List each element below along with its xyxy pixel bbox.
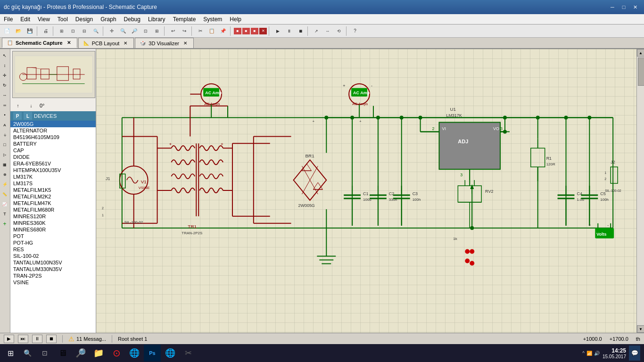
taskbar-opera[interactable]: ⊙ xyxy=(108,345,125,362)
device-item-pot-hg[interactable]: POT-HG xyxy=(10,239,96,246)
device-item-minres360k[interactable]: MINRES360K xyxy=(10,220,96,226)
tb-pause[interactable]: ⏸ xyxy=(284,26,294,36)
device-item-metalfilm1k5[interactable]: METALFILM1K5 xyxy=(10,187,96,193)
tb-save[interactable]: 💾 xyxy=(25,26,35,36)
device-item-battery[interactable]: BATTERY xyxy=(10,140,96,147)
minimize-button[interactable]: ─ xyxy=(607,2,618,12)
tb-print[interactable]: 🖨 xyxy=(41,26,51,36)
tool-add[interactable]: + xyxy=(0,219,9,229)
tool-bus[interactable]: ═ xyxy=(0,100,9,110)
menu-debug[interactable]: Debug xyxy=(120,14,144,24)
tb-comp2[interactable]: ■ xyxy=(242,28,250,34)
device-l-btn[interactable]: L xyxy=(24,112,32,120)
tab-pcb[interactable]: 📐 PCB Layout ✕ xyxy=(78,38,134,48)
device-item-minres680r[interactable]: MINRES680R xyxy=(10,226,96,233)
search-button[interactable]: 🔍 xyxy=(19,345,36,362)
device-item-sil100[interactable]: SIL-100-02 xyxy=(10,253,96,259)
start-button[interactable]: ⊞ xyxy=(2,345,19,362)
tab-pcb-close[interactable]: ✕ xyxy=(122,40,129,47)
taskview-btn[interactable]: ⊡ xyxy=(36,345,53,362)
tb-extra2[interactable]: ↔ xyxy=(322,26,333,36)
tool-port[interactable]: ▷ xyxy=(0,150,9,159)
taskbar-ps[interactable]: Ps xyxy=(144,345,161,362)
tool-text[interactable]: T xyxy=(0,209,9,219)
device-item-tran2p2s[interactable]: TRAN-2P2S xyxy=(10,272,96,279)
taskbar-chrome[interactable]: 🌐 xyxy=(126,345,143,362)
menu-graph[interactable]: Graph xyxy=(97,14,120,24)
taskbar-search-icon[interactable]: 🔎 xyxy=(72,345,89,362)
play-btn[interactable]: ▶ xyxy=(4,335,14,343)
clock[interactable]: 14:25 15.05.2017 xyxy=(603,347,626,359)
device-item-vsine[interactable]: VSINE xyxy=(10,279,96,286)
tool-hierarchical[interactable]: ▦ xyxy=(0,160,9,169)
device-item-alternator[interactable]: ALTERNATOR xyxy=(10,127,96,134)
device-item-lm317s[interactable]: LM317S xyxy=(10,180,96,187)
tab-3d[interactable]: 🎲 3D Visualizer ✕ xyxy=(135,38,194,48)
device-item-hitempax[interactable]: HITEMPAX100U35V xyxy=(10,167,96,173)
nav-down[interactable]: ↓ xyxy=(26,101,36,110)
tray-network[interactable]: 📶 xyxy=(586,351,592,356)
taskbar-app[interactable]: ✂ xyxy=(180,345,197,362)
menu-tool[interactable]: Tool xyxy=(54,14,72,24)
taskbar-explorer[interactable]: 🖥 xyxy=(54,345,71,362)
tb-paste[interactable]: 📌 xyxy=(218,26,228,36)
tb-zoom-in[interactable]: 🔍 xyxy=(118,26,128,36)
tb-cut[interactable]: ✂ xyxy=(195,26,206,36)
stop-btn[interactable]: ⏹ xyxy=(46,335,57,343)
tool-mirror[interactable]: ↔ xyxy=(0,90,9,100)
tb-zoom-fit[interactable]: ⊡ xyxy=(140,26,151,36)
tool-select[interactable]: ↖ xyxy=(0,51,9,60)
device-item-era[interactable]: ERA-6YEB561V xyxy=(10,160,96,167)
scroll-down-btn[interactable]: ▼ xyxy=(637,325,644,333)
tab-schematic-close[interactable]: ✕ xyxy=(66,40,72,46)
tool-junction[interactable]: • xyxy=(0,110,9,120)
tb-btn1[interactable]: ⊞ xyxy=(57,26,67,36)
scroll-up-btn[interactable]: ▲ xyxy=(637,49,644,57)
tb-btn4[interactable]: 🔍 xyxy=(91,26,101,36)
tb-redo[interactable]: ↪ xyxy=(179,26,190,36)
scroll-thumb[interactable] xyxy=(638,58,644,86)
tool-power[interactable]: ⏚ xyxy=(0,130,9,140)
tool-probe[interactable]: ⚡ xyxy=(0,180,9,189)
tb-extra3[interactable]: ⟲ xyxy=(334,26,344,36)
tb-extra1[interactable]: ↗ xyxy=(311,26,322,36)
device-item-tantalum100[interactable]: TANTALUM100N35V xyxy=(10,259,96,266)
scroll-track[interactable] xyxy=(637,57,644,325)
taskbar-chrome2[interactable]: 🌐 xyxy=(162,345,179,362)
device-item-res[interactable]: RES xyxy=(10,246,96,253)
tb-comp4[interactable]: ✕ xyxy=(259,28,267,34)
nav-up[interactable]: ↑ xyxy=(13,101,23,110)
menu-system[interactable]: System xyxy=(199,14,226,24)
device-item-metalfilm47k[interactable]: METALFILM47K xyxy=(10,200,96,206)
tb-zoom-all[interactable]: ⊞ xyxy=(152,26,162,36)
device-item-metalfilm680r[interactable]: METALFILM680R xyxy=(10,206,96,213)
tb-help[interactable]: ? xyxy=(350,26,360,36)
device-item-cap[interactable]: CAP xyxy=(10,147,96,154)
menu-view[interactable]: View xyxy=(34,14,54,24)
tb-open[interactable]: 📂 xyxy=(13,26,24,36)
tb-btn2[interactable]: ⊡ xyxy=(68,26,78,36)
tb-new[interactable]: 📄 xyxy=(2,26,12,36)
right-scrollbar[interactable]: ▲ ▼ xyxy=(636,49,644,333)
device-p-btn[interactable]: P xyxy=(13,112,22,120)
taskbar-folder[interactable]: 📁 xyxy=(90,345,107,362)
device-item-pot[interactable]: POT xyxy=(10,233,96,239)
tab-schematic[interactable]: 📋 Schematic Capture ✕ xyxy=(2,38,77,48)
device-item-metalfilm2k2[interactable]: METALFILM2K2 xyxy=(10,193,96,200)
tool-move[interactable]: ↕ xyxy=(0,61,9,70)
tb-run[interactable]: ▶ xyxy=(272,26,283,36)
tb-zoom-out[interactable]: 🔎 xyxy=(129,26,140,36)
menu-library[interactable]: Library xyxy=(144,14,169,24)
tray-volume[interactable]: 🔊 xyxy=(594,351,600,356)
menu-file[interactable]: File xyxy=(0,14,17,24)
menu-help[interactable]: Help xyxy=(226,14,245,24)
tb-copy[interactable]: 📋 xyxy=(206,26,217,36)
device-item-tantalum330[interactable]: TANTALUM330N35V xyxy=(10,266,96,272)
tool-graph[interactable]: 📈 xyxy=(0,199,9,209)
device-item-lm317k[interactable]: LM317K xyxy=(10,173,96,180)
tool-mark[interactable]: ⊕ xyxy=(0,170,9,179)
menu-design[interactable]: Design xyxy=(72,14,97,24)
tb-stop[interactable]: ⏹ xyxy=(295,26,305,36)
pause-btn[interactable]: ⏸ xyxy=(32,335,42,343)
tool-tape[interactable]: 📏 xyxy=(0,189,9,199)
